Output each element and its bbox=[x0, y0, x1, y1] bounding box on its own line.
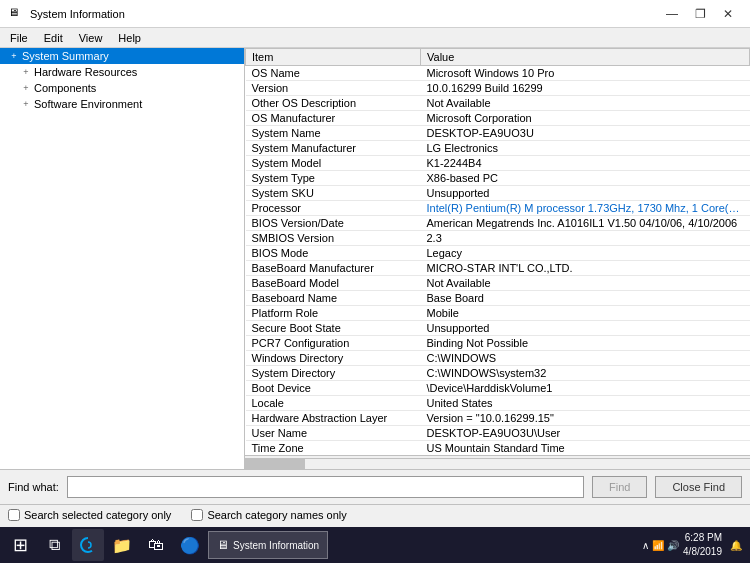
start-button[interactable]: ⊞ bbox=[4, 529, 36, 561]
maximize-button[interactable]: ❐ bbox=[686, 0, 714, 28]
table-cell-value: C:\WINDOWS\system32 bbox=[421, 366, 750, 381]
table-cell-value: US Mountain Standard Time bbox=[421, 441, 750, 456]
table-cell-value: Unsupported bbox=[421, 321, 750, 336]
table-cell-value: Base Board bbox=[421, 291, 750, 306]
task-view-button[interactable]: ⧉ bbox=[38, 529, 70, 561]
sidebar-item-system-summary[interactable]: + System Summary bbox=[0, 48, 244, 64]
close-button[interactable]: ✕ bbox=[714, 0, 742, 28]
table-row: BaseBoard ManufacturerMICRO-STAR INT'L C… bbox=[246, 261, 750, 276]
main-content: + System Summary + Hardware Resources + … bbox=[0, 48, 750, 469]
window-controls: — ❐ ✕ bbox=[658, 0, 742, 28]
table-row: PCR7 ConfigurationBinding Not Possible bbox=[246, 336, 750, 351]
table-cell-item: User Name bbox=[246, 426, 421, 441]
table-cell-value: MICRO-STAR INT'L CO.,LTD. bbox=[421, 261, 750, 276]
taskbar-app-system-info[interactable]: 🖥 System Information bbox=[208, 531, 328, 559]
expand-icon-comp: + bbox=[20, 82, 32, 94]
h-scrollbar-thumb[interactable] bbox=[245, 459, 305, 469]
table-row: User NameDESKTOP-EA9UO3U\User bbox=[246, 426, 750, 441]
table-cell-item: Locale bbox=[246, 396, 421, 411]
menu-file[interactable]: File bbox=[4, 31, 34, 45]
taskbar-right: ∧ 📶 🔊 6:28 PM 4/8/2019 🔔 bbox=[642, 531, 746, 559]
file-explorer-icon[interactable]: 📁 bbox=[106, 529, 138, 561]
close-find-button[interactable]: Close Find bbox=[655, 476, 742, 498]
table-cell-value: Microsoft Corporation bbox=[421, 111, 750, 126]
table-row: Hardware Abstraction LayerVersion = "10.… bbox=[246, 411, 750, 426]
sidebar-label-system-summary: System Summary bbox=[22, 50, 109, 62]
checkbox-selected-category[interactable]: Search selected category only bbox=[8, 509, 171, 521]
table-row: Windows DirectoryC:\WINDOWS bbox=[246, 351, 750, 366]
data-table: Item Value OS NameMicrosoft Windows 10 P… bbox=[245, 48, 750, 455]
table-row: Boot Device\Device\HarddiskVolume1 bbox=[246, 381, 750, 396]
table-cell-value: K1-2244B4 bbox=[421, 156, 750, 171]
title-bar: 🖥 System Information — ❐ ✕ bbox=[0, 0, 750, 28]
table-row: BIOS ModeLegacy bbox=[246, 246, 750, 261]
taskbar: ⊞ ⧉ 📁 🛍 🔵 🖥 System Information ∧ 📶 🔊 6:2… bbox=[0, 527, 750, 563]
table-row: System ModelK1-2244B4 bbox=[246, 156, 750, 171]
notification-button[interactable]: 🔔 bbox=[726, 540, 746, 551]
taskbar-clock[interactable]: 6:28 PM 4/8/2019 bbox=[683, 531, 722, 559]
expand-icon-sw: + bbox=[20, 98, 32, 110]
table-row: OS NameMicrosoft Windows 10 Pro bbox=[246, 66, 750, 81]
horizontal-scrollbar[interactable] bbox=[245, 455, 750, 469]
table-cell-value: 2.3 bbox=[421, 231, 750, 246]
minimize-button[interactable]: — bbox=[658, 0, 686, 28]
right-panel: Item Value OS NameMicrosoft Windows 10 P… bbox=[245, 48, 750, 469]
table-row: System SKUUnsupported bbox=[246, 186, 750, 201]
taskbar-app-label: System Information bbox=[233, 540, 319, 551]
table-row: Secure Boot StateUnsupported bbox=[246, 321, 750, 336]
sidebar-item-components[interactable]: + Components bbox=[0, 80, 244, 96]
sidebar-item-hardware-resources[interactable]: + Hardware Resources bbox=[0, 64, 244, 80]
checkbox-row: Search selected category only Search cat… bbox=[0, 505, 750, 527]
menu-edit[interactable]: Edit bbox=[38, 31, 69, 45]
table-row: LocaleUnited States bbox=[246, 396, 750, 411]
table-cell-value: 10.0.16299 Build 16299 bbox=[421, 81, 750, 96]
app-icon: 🖥 bbox=[8, 6, 24, 22]
table-cell-item: BIOS Mode bbox=[246, 246, 421, 261]
table-cell-item: Version bbox=[246, 81, 421, 96]
table-row: BIOS Version/DateAmerican Megatrends Inc… bbox=[246, 216, 750, 231]
table-cell-item: Secure Boot State bbox=[246, 321, 421, 336]
table-cell-item: BIOS Version/Date bbox=[246, 216, 421, 231]
table-cell-item: Boot Device bbox=[246, 381, 421, 396]
find-button[interactable]: Find bbox=[592, 476, 647, 498]
chevron-up-icon[interactable]: ∧ bbox=[642, 540, 649, 551]
menu-help[interactable]: Help bbox=[112, 31, 147, 45]
table-cell-value: Binding Not Possible bbox=[421, 336, 750, 351]
checkbox-selected-category-label: Search selected category only bbox=[24, 509, 171, 521]
store-icon[interactable]: 🛍 bbox=[140, 529, 172, 561]
col-header-value: Value bbox=[421, 49, 750, 66]
table-row: SMBIOS Version2.3 bbox=[246, 231, 750, 246]
table-cell-item: System SKU bbox=[246, 186, 421, 201]
clock-time: 6:28 PM bbox=[683, 531, 722, 545]
checkbox-category-names[interactable]: Search category names only bbox=[191, 509, 346, 521]
table-cell-value: Microsoft Windows 10 Pro bbox=[421, 66, 750, 81]
table-cell-item: OS Name bbox=[246, 66, 421, 81]
table-cell-item: BaseBoard Manufacturer bbox=[246, 261, 421, 276]
volume-icon[interactable]: 🔊 bbox=[667, 540, 679, 551]
table-cell-value: DESKTOP-EA9UO3U\User bbox=[421, 426, 750, 441]
checkbox-selected-category-input[interactable] bbox=[8, 509, 20, 521]
table-cell-item: Processor bbox=[246, 201, 421, 216]
table-cell-item: Windows Directory bbox=[246, 351, 421, 366]
checkbox-category-names-input[interactable] bbox=[191, 509, 203, 521]
sidebar-label-hardware-resources: Hardware Resources bbox=[34, 66, 137, 78]
table-cell-value: C:\WINDOWS bbox=[421, 351, 750, 366]
find-input[interactable] bbox=[67, 476, 584, 498]
expand-icon: + bbox=[8, 50, 20, 62]
menu-view[interactable]: View bbox=[73, 31, 109, 45]
expand-icon-hw: + bbox=[20, 66, 32, 78]
table-cell-item: SMBIOS Version bbox=[246, 231, 421, 246]
table-scroll-area[interactable]: Item Value OS NameMicrosoft Windows 10 P… bbox=[245, 48, 750, 455]
cortana-icon[interactable]: 🔵 bbox=[174, 529, 206, 561]
table-cell-item: Other OS Description bbox=[246, 96, 421, 111]
sidebar-item-software-environment[interactable]: + Software Environment bbox=[0, 96, 244, 112]
table-cell-value: Version = "10.0.16299.15" bbox=[421, 411, 750, 426]
table-cell-item: Time Zone bbox=[246, 441, 421, 456]
edge-icon[interactable] bbox=[72, 529, 104, 561]
table-cell-value: Not Available bbox=[421, 276, 750, 291]
checkbox-category-names-label: Search category names only bbox=[207, 509, 346, 521]
table-cell-value: DESKTOP-EA9UO3U bbox=[421, 126, 750, 141]
table-row: BaseBoard ModelNot Available bbox=[246, 276, 750, 291]
table-row: System NameDESKTOP-EA9UO3U bbox=[246, 126, 750, 141]
table-row: System TypeX86-based PC bbox=[246, 171, 750, 186]
